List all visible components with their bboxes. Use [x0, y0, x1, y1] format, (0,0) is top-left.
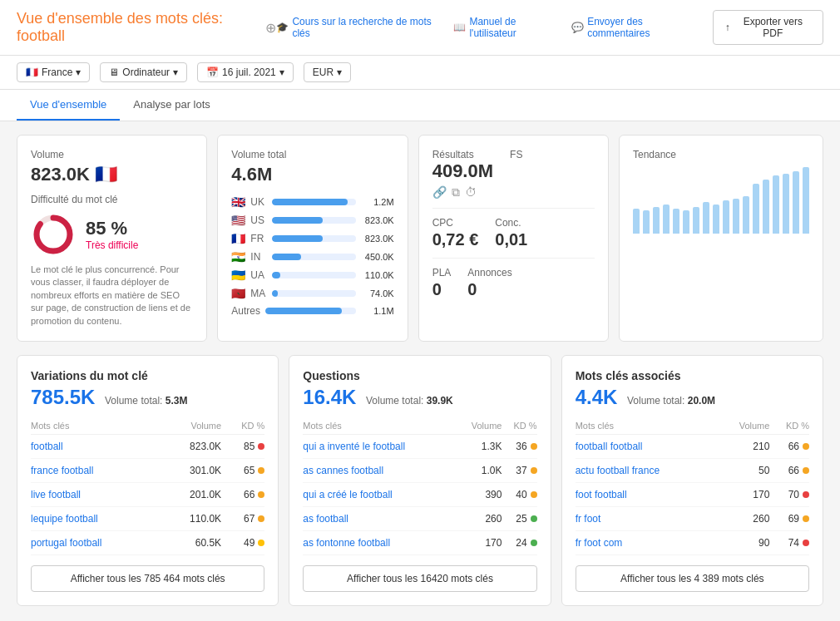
- table-row: football 823.0K 85: [31, 434, 264, 458]
- table-row: actu football france 50 66: [576, 458, 809, 482]
- keyword-link[interactable]: live football: [31, 489, 81, 500]
- variations-count: 785.5K: [31, 386, 95, 408]
- keyword-highlight: football: [17, 27, 65, 44]
- associated-table: Mots clés Volume KD % football football …: [576, 417, 809, 555]
- table-row: as fontonne football 170 24: [303, 530, 536, 554]
- kd-dot: [258, 491, 264, 498]
- tab-batch[interactable]: Analyse par lots: [120, 90, 224, 121]
- conc-stat: Conc. 0,01: [495, 217, 527, 249]
- export-pdf-button[interactable]: ↑ Exporter vers PDF: [713, 10, 823, 45]
- currency-filter[interactable]: EUR ▾: [304, 62, 351, 82]
- device-filter[interactable]: 🖥 Ordinateur ▾: [100, 62, 187, 82]
- difficulty-pct: 85 %: [86, 218, 138, 239]
- keyword-link[interactable]: as cannes football: [303, 465, 383, 476]
- keyword-link[interactable]: qui a inventé le football: [303, 441, 405, 452]
- total-volume-value: 4.6M: [231, 164, 393, 185]
- keyword-link[interactable]: qui a créé le football: [303, 489, 392, 500]
- volume-cell: 823.0K: [163, 434, 222, 458]
- difficulty-text: Très difficile: [86, 239, 138, 251]
- country-row-ua: 🇺🇦 UA 110.0K: [231, 269, 393, 282]
- col-volume-3: Volume: [718, 417, 769, 435]
- fs-stat: FS: [510, 149, 522, 200]
- results-value: 409.0M: [432, 160, 493, 182]
- keyword-link[interactable]: as football: [303, 513, 348, 525]
- keyword-link[interactable]: fr foot: [576, 513, 601, 525]
- volume-cell: 170: [456, 530, 502, 554]
- questions-count: 16.4K: [303, 386, 356, 408]
- bar-us: [272, 217, 355, 224]
- variations-card: Variations du mot clé 785.5K Volume tota…: [17, 355, 279, 606]
- difficulty-donut: [31, 212, 76, 257]
- questions-summary: 16.4K Volume total: 39.9K: [303, 386, 536, 409]
- keyword-link[interactable]: football: [31, 441, 63, 452]
- trend-bar: [703, 202, 709, 234]
- manual-link-label: Manuel de l'utilisateur: [469, 16, 558, 39]
- clock-icon: ⏱: [465, 185, 477, 200]
- svg-point-1: [37, 218, 70, 251]
- title-prefix: Vue d'ensemble des mots clés:: [17, 10, 223, 27]
- results-cpc-card: Résultats 409.0M 🔗 ⧉ ⏱ FS CPC 0,72 €: [418, 135, 609, 342]
- keyword-link[interactable]: as fontonne football: [303, 537, 390, 549]
- results-icons: 🔗 ⧉ ⏱: [432, 185, 493, 200]
- trend-bar: [673, 209, 679, 234]
- volume-cell: 90: [718, 530, 769, 554]
- link-icon: 🔗: [432, 185, 447, 200]
- associated-count: 4.4K: [576, 386, 618, 408]
- keyword-link[interactable]: portugal football: [31, 537, 101, 549]
- trend-bars: [633, 167, 809, 234]
- trend-bar: [683, 210, 689, 234]
- keyword-link[interactable]: football football: [576, 441, 643, 452]
- keyword-link[interactable]: france football: [31, 465, 93, 476]
- tab-overview[interactable]: Vue d'ensemble: [17, 90, 120, 121]
- filters-bar: 🇫🇷 🇫🇷 France France ▾ 🖥 Ordinateur ▾ 📅 1…: [0, 56, 840, 90]
- kd-dot: [258, 443, 264, 450]
- table-row: lequipe football 110.0K 67: [31, 506, 264, 530]
- date-filter[interactable]: 📅 16 juil. 2021 ▾: [197, 62, 294, 82]
- show-all-questions-button[interactable]: Afficher tous les 16420 mots clés: [303, 565, 536, 592]
- header-links: 🎓 Cours sur la recherche de mots clés 📖 …: [276, 10, 823, 45]
- course-link[interactable]: 🎓 Cours sur la recherche de mots clés: [276, 16, 440, 39]
- questions-table: Mots clés Volume KD % qui a inventé le f…: [303, 417, 536, 555]
- bar-fr: [272, 235, 355, 242]
- col-kd-2: KD %: [502, 417, 536, 435]
- kd-cell: 40: [502, 482, 536, 506]
- pla-annonces-row: PLA 0 Annonces 0: [432, 258, 595, 299]
- keyword-link[interactable]: lequipe football: [31, 513, 98, 525]
- trend-card: Tendance: [619, 135, 823, 342]
- cpc-conc-row: CPC 0,72 € Conc. 0,01: [432, 208, 595, 249]
- kd-dot: [258, 540, 264, 546]
- difficulty-description: Le mot clé le plus concurrencé. Pour vou…: [31, 264, 193, 328]
- trend-bar: [633, 209, 640, 234]
- keyword-link[interactable]: fr foot com: [576, 537, 623, 549]
- associated-total: Volume total: 20.0M: [627, 395, 715, 407]
- country-filter[interactable]: 🇫🇷 🇫🇷 France France ▾: [17, 62, 90, 82]
- volume-cell: 201.0K: [163, 482, 222, 506]
- country-row-fr: 🇫🇷 FR 823.0K: [231, 232, 393, 245]
- show-all-associated-button[interactable]: Afficher tous les 4 389 mots clés: [576, 565, 809, 592]
- manual-link[interactable]: 📖 Manuel de l'utilisateur: [453, 16, 558, 39]
- trend-bar: [753, 184, 759, 234]
- kd-cell: 67: [221, 506, 264, 530]
- table-row: fr foot 260 69: [576, 506, 809, 530]
- page-title: Vue d'ensemble des mots clés: football: [17, 10, 259, 45]
- kd-dot: [531, 443, 537, 450]
- difficulty-label: Difficulté du mot clé: [31, 194, 193, 205]
- keyword-link[interactable]: foot football: [576, 489, 627, 500]
- keyword-link[interactable]: actu football france: [576, 465, 660, 476]
- table-row: live football 201.0K 66: [31, 482, 264, 506]
- col-keywords-3: Mots clés: [576, 417, 719, 435]
- cpc-stat: CPC 0,72 €: [432, 217, 479, 249]
- france-flag-icon: 🇫🇷: [26, 67, 38, 78]
- feedback-link[interactable]: 💬 Envoyer des commentaires: [571, 16, 699, 39]
- total-volume-card: Volume total 4.6M 🇬🇧 UK 1.2M 🇺🇸 US 823.0…: [217, 135, 408, 342]
- trend-bar: [783, 174, 789, 234]
- show-all-variations-button[interactable]: Afficher tous les 785 464 mots clés: [31, 565, 264, 592]
- graduation-icon: 🎓: [276, 22, 289, 33]
- volume-card: Volume 823.0K 🇫🇷 Difficulté du mot clé 8…: [17, 135, 207, 342]
- trend-bar: [643, 210, 650, 234]
- add-keyword-icon[interactable]: ⊕: [265, 20, 276, 36]
- us-flag-icon: 🇺🇸: [231, 214, 245, 227]
- bar-ma: [272, 290, 355, 297]
- kd-cell: 24: [502, 530, 536, 554]
- book-icon: 📖: [453, 22, 466, 33]
